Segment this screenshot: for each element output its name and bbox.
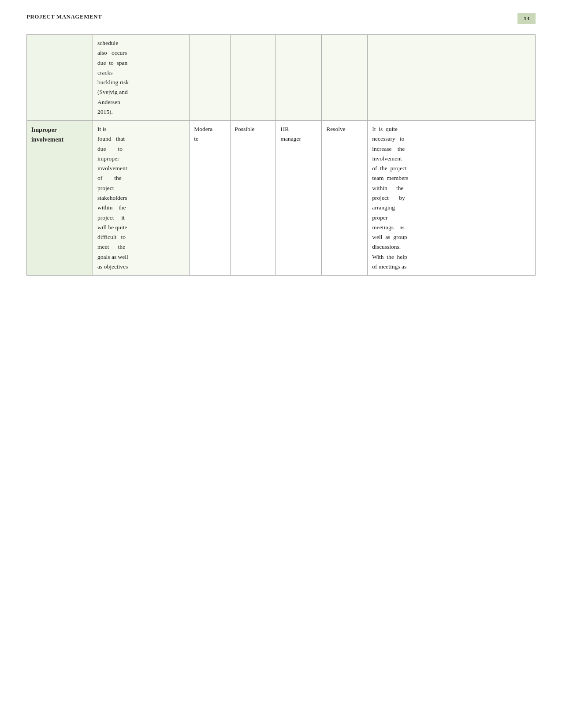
main-table: schedule also occurs due to span cracks … (26, 34, 536, 276)
likelihood-cell-top (190, 35, 230, 121)
owner-text: HRmanager (280, 124, 317, 144)
risk-label-involvement: involvement (31, 135, 88, 145)
page-number: 13 (517, 13, 536, 24)
mitigation-cell-bottom: It is quite necessary to increase the in… (368, 121, 536, 276)
desc-text-top: schedule also occurs due to span cracks … (97, 38, 185, 117)
risk-label-improper: Improper (31, 125, 88, 135)
page-title: PROJECT MANAGEMENT (26, 13, 102, 20)
desc-cell-bottom: It is found that due to improper involve… (93, 121, 190, 276)
risk-label-cell: Improper involvement (27, 121, 93, 276)
risk-cell-empty (27, 35, 93, 121)
page-header: PROJECT MANAGEMENT 13 (26, 13, 536, 24)
owner-cell-top (276, 35, 322, 121)
table-row-continuation: schedule also occurs due to span cracks … (27, 35, 536, 121)
table-row-improper: Improper involvement It is found that du… (27, 121, 536, 276)
desc-text-bottom: It is found that due to improper involve… (97, 124, 185, 272)
impact-cell-bottom: Possible (230, 121, 276, 276)
desc-cell-top: schedule also occurs due to span cracks … (93, 35, 190, 121)
likelihood-cell-bottom: Moderate (190, 121, 230, 276)
likelihood-text: Moderate (194, 124, 225, 144)
impact-cell-top (230, 35, 276, 121)
owner-cell-bottom: HRmanager (276, 121, 322, 276)
page-container: PROJECT MANAGEMENT 13 schedule also occu… (0, 0, 562, 293)
status-cell-top (322, 35, 368, 121)
mitigation-cell-top (368, 35, 536, 121)
impact-text: Possible (235, 124, 272, 134)
mitigation-text: It is quite necessary to increase the in… (372, 124, 531, 272)
status-cell-bottom: Resolve (322, 121, 368, 276)
status-text: Resolve (326, 124, 363, 134)
